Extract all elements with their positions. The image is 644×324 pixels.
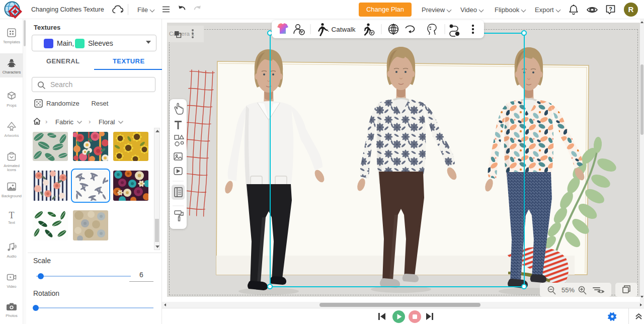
- svg-text:?: ?: [609, 6, 612, 12]
- svg-text:55%: 55%: [561, 286, 575, 294]
- svg-text:. Catwalk: . Catwalk: [328, 26, 356, 33]
